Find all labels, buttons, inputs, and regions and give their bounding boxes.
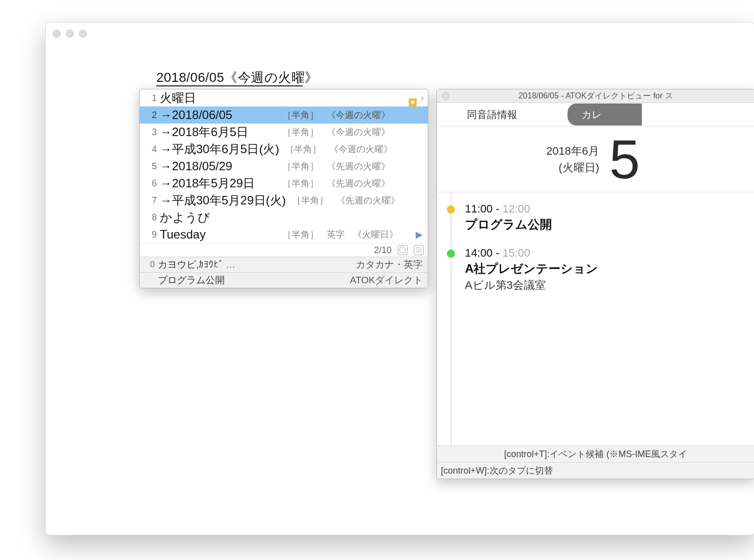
candidate-text: →2018年5月29日 xyxy=(159,175,276,192)
date-day-numeral: 5 xyxy=(609,132,645,187)
candidate-panel: 1火曜日›2→2018/06/05［半角］《今週の火曜》3→2018年6月5日［… xyxy=(139,89,428,288)
candidate-row[interactable]: 4→平成30年6月5日(火)［半角］《今週の火曜》 xyxy=(140,141,428,158)
tag-note: 《今週の火曜》 xyxy=(327,124,390,141)
direct-view-footer: [control+T]:イベント候補 (※MS-IME風スタイ [control… xyxy=(437,445,754,479)
candidate-text: →平成30年6月5日(火) xyxy=(159,141,279,158)
candidate-tags: ［半角］《今週の火曜》 xyxy=(279,141,428,158)
candidate-row[interactable]: 5→2018/05/29［半角］《先週の火曜》 xyxy=(140,158,428,175)
direct-view-titlebar: 2018/06/05 - ATOKダイレクトビュー for ス xyxy=(437,89,754,103)
event-title: A社プレゼンテーション xyxy=(465,260,749,277)
close-icon[interactable] xyxy=(53,30,61,38)
tag-note: 《火曜日》 xyxy=(353,226,398,243)
direct-view-close-icon[interactable] xyxy=(442,92,450,100)
candidate-index: 6 xyxy=(140,175,159,192)
event-dot-icon xyxy=(447,205,455,213)
sub-candidate-row[interactable]: 0カヨウビ,ｶﾖｳﾋﾞ…カタカナ・英字 xyxy=(140,257,428,272)
candidate-tags: ［半角］英字《火曜日》 xyxy=(276,226,416,243)
chevron-right-icon[interactable]: ▶ xyxy=(416,226,428,243)
tag-halfwidth: ［半角］ xyxy=(282,124,319,141)
candidate-tags: ［半角］《先週の火曜》 xyxy=(276,175,428,192)
calendar-event[interactable]: 11:00 - 12:00プログラム公開 xyxy=(437,197,754,242)
candidate-text: →2018/05/29 xyxy=(159,158,276,175)
calendar-event[interactable]: 14:00 - 15:00A社プレゼンテーションAビル第3会議室 xyxy=(437,242,754,302)
event-location: Aビル第3会議室 xyxy=(465,277,749,293)
ime-input-text[interactable]: 2018/06/05《今週の火曜》 xyxy=(156,69,318,87)
traffic-lights xyxy=(53,30,87,38)
sub-index: 0 xyxy=(144,260,158,270)
candidate-row[interactable]: 9Tuesday［半角］英字《火曜日》▶ xyxy=(140,226,428,243)
candidate-tags: ［半角］《今週の火曜》 xyxy=(276,106,428,124)
tag-note: 《今週の火曜》 xyxy=(327,106,390,124)
tag-halfwidth: ［半角］ xyxy=(282,106,319,124)
candidate-index: 9 xyxy=(140,226,159,243)
date-block: 2018年6月 (火曜日) 5 xyxy=(437,127,754,192)
chevron-right-icon[interactable]: › xyxy=(419,89,427,106)
candidate-row[interactable]: 7→平成30年5月29日(火)［半角］《先週の火曜》 xyxy=(140,192,428,209)
candidate-row[interactable]: 2→2018/06/05［半角］《今週の火曜》 xyxy=(140,106,428,124)
candidate-index: 8 xyxy=(140,209,159,226)
event-time: 14:00 - 15:00 xyxy=(465,247,749,260)
candidate-index: 3 xyxy=(140,124,159,141)
tag-halfwidth: ［半角］ xyxy=(282,175,319,192)
candidate-text: →2018/06/05 xyxy=(159,106,276,124)
candidate-tags: ［半角］《先週の火曜》 xyxy=(276,158,428,175)
direct-view-title: 2018/06/05 - ATOKダイレクトビュー for ス xyxy=(437,91,754,101)
tag-halfwidth: ［半角］ xyxy=(285,141,321,158)
tag-halfwidth: ［半角］ xyxy=(282,226,319,243)
date-line-1: 2018年6月 xyxy=(546,143,599,159)
minimize-icon[interactable] xyxy=(66,30,74,38)
candidate-status-bar: 2/10 xyxy=(140,243,428,257)
tag-halfwidth: ［半角］ xyxy=(282,158,319,175)
event-time: 11:00 - 12:00 xyxy=(465,202,749,215)
tag-halfwidth: ［半角］ xyxy=(292,192,328,209)
candidate-count: 2/10 xyxy=(374,245,392,256)
candidate-text: 火曜日 xyxy=(159,89,276,106)
candidate-index: 7 xyxy=(140,192,159,209)
event-dot-icon xyxy=(447,250,455,258)
tab-calendar[interactable]: カレ xyxy=(568,103,642,126)
candidate-row[interactable]: 6→2018年5月29日［半角］《先週の火曜》 xyxy=(140,175,428,192)
candidate-text: Tuesday xyxy=(159,226,276,243)
zoom-in-icon[interactable] xyxy=(398,245,408,255)
candidate-row[interactable]: 3→2018年6月5日［半角］《今週の火曜》 xyxy=(140,124,428,141)
candidate-tags: ［半角］《今週の火曜》 xyxy=(276,124,428,141)
direct-view-panel: 2018/06/05 - ATOKダイレクトビュー for ス 同音語情報 カレ… xyxy=(436,89,754,479)
tag-note: 《先週の火曜》 xyxy=(327,158,390,175)
tag-alpha: 英字 xyxy=(327,226,345,243)
candidate-row[interactable]: 8かようび xyxy=(140,209,428,226)
tab-homophone-info[interactable]: 同音語情報 xyxy=(467,108,517,122)
tag-note: 《先週の火曜》 xyxy=(336,192,400,209)
candidate-text: →2018年6月5日 xyxy=(159,124,276,141)
candidate-text: →平成30年5月29日(火) xyxy=(159,192,286,209)
candidate-tags: ［半角］《先週の火曜》 xyxy=(286,192,428,209)
sub-category: カタカナ・英字 xyxy=(356,258,423,271)
candidate-index: 5 xyxy=(140,158,159,175)
candidate-text: かようび xyxy=(159,209,276,226)
zoom-icon[interactable] xyxy=(79,30,87,38)
sub-category: ATOKダイレクト xyxy=(350,274,423,287)
candidate-row[interactable]: 1火曜日› xyxy=(140,89,428,106)
date-line-2: (火曜日) xyxy=(546,159,599,176)
sub-candidate-row[interactable]: プログラム公開ATOKダイレクト xyxy=(140,272,428,288)
events-timeline: 11:00 - 12:00プログラム公開14:00 - 15:00A社プレゼンテ… xyxy=(437,192,754,445)
star-icon xyxy=(409,94,417,102)
direct-view-tabs: 同音語情報 カレ xyxy=(437,103,754,126)
shortcut-hint-2: [control+W]:次のタブに切替 xyxy=(437,463,754,479)
sub-label: プログラム公開 xyxy=(158,274,225,287)
sub-label: カヨウビ,ｶﾖｳﾋﾞ xyxy=(158,258,224,271)
ime-input-underline xyxy=(156,85,303,86)
shortcut-hint-1: [control+T]:イベント候補 (※MS-IME風スタイ xyxy=(437,446,754,463)
list-view-icon[interactable] xyxy=(414,245,424,255)
tag-note: 《先週の火曜》 xyxy=(327,175,390,192)
tag-note: 《今週の火曜》 xyxy=(329,141,393,158)
date-text: 2018年6月 (火曜日) xyxy=(546,143,599,176)
event-title: プログラム公開 xyxy=(465,215,749,233)
ellipsis: … xyxy=(224,259,235,270)
candidate-index: 4 xyxy=(140,141,159,158)
candidate-index: 1 xyxy=(140,89,159,106)
candidate-index: 2 xyxy=(140,106,159,124)
